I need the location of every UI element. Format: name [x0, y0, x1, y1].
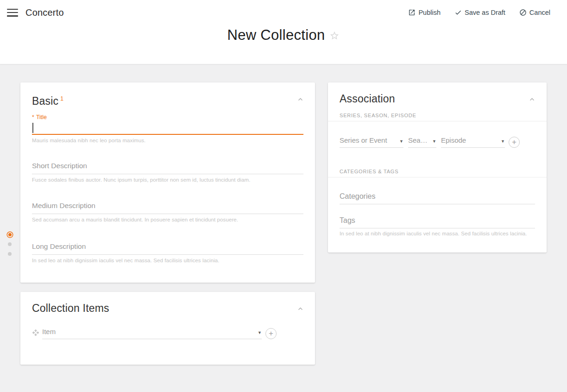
item-dropdown[interactable]: Item▼ — [42, 328, 262, 339]
series-or-event-label: Series or Event — [340, 136, 387, 144]
topbar: Concerto Publish Save as Draft Cancel — [0, 0, 567, 25]
association-collapse-button[interactable] — [527, 94, 537, 105]
title-field-label: Title — [36, 114, 47, 120]
stepper-dot-2[interactable] — [8, 242, 12, 246]
favorite-star-icon[interactable] — [329, 31, 340, 41]
check-icon — [454, 9, 462, 16]
short-description-field[interactable]: Short Description Fusce sodales finibus … — [32, 162, 303, 183]
section-divider — [328, 177, 547, 177]
tags-field[interactable]: Tags In sed leo at nibh dignissim iaculi… — [340, 216, 535, 236]
header: Concerto Publish Save as Draft Cancel Ne… — [0, 0, 567, 64]
medium-description-input-line — [32, 214, 303, 214]
chevron-up-icon — [529, 96, 536, 103]
publish-button[interactable]: Publish — [408, 9, 441, 16]
save-as-draft-label: Save as Draft — [465, 9, 505, 16]
short-description-helper-text: Fusce sodales finibus auctor. Nunc ipsum… — [32, 177, 303, 183]
collection-items-collapse-button[interactable] — [295, 303, 306, 314]
categories-input-line — [340, 204, 535, 204]
collection-item-row: Item▼ + — [32, 328, 303, 339]
new-collection-screen: Concerto Publish Save as Draft Cancel Ne… — [0, 0, 567, 392]
short-description-label: Short Description — [32, 162, 303, 170]
short-description-input-line — [32, 174, 303, 174]
categories-label: Categories — [340, 192, 535, 201]
dropdown-arrow-icon: ▼ — [258, 330, 262, 335]
basic-step-badge: 1 — [60, 95, 63, 102]
basic-card-title: Basic1 — [32, 91, 303, 108]
app-title: Concerto — [25, 7, 64, 18]
basic-title-text: Basic — [32, 95, 58, 107]
stepper-dot-3[interactable] — [8, 252, 12, 256]
cancel-label: Cancel — [529, 9, 550, 16]
publish-label: Publish — [418, 9, 441, 16]
long-description-input-line — [32, 254, 303, 255]
menu-icon[interactable] — [7, 9, 18, 17]
title-field[interactable]: *Title Mauris malesuada nibh nec leo por… — [32, 114, 303, 143]
add-association-button[interactable]: + — [509, 137, 520, 148]
dropdown-arrow-icon: ▼ — [432, 139, 436, 144]
cancel-button[interactable]: Cancel — [519, 9, 550, 16]
text-caret — [32, 123, 33, 133]
association-card: Association SERIES, SEASON, EPISODE Seri… — [328, 82, 547, 253]
long-description-helper-text: In sed leo at nibh dignissim iaculis vel… — [32, 258, 303, 263]
block-icon — [519, 9, 527, 16]
tags-helper-text: In sed leo at nibh dignissim iaculis vel… — [340, 231, 535, 236]
series-or-event-dropdown[interactable]: Series or Event▼ — [340, 136, 403, 148]
launch-icon — [408, 9, 416, 16]
episode-label: Episode — [441, 136, 466, 144]
series-season-episode-row: Series or Event▼ Sea…▼ Episode▼ + — [340, 136, 535, 148]
section-divider — [328, 121, 547, 121]
title-helper-text: Mauris malesuada nibh nec leo porta maxi… — [32, 138, 303, 143]
dropdown-arrow-icon: ▼ — [399, 139, 403, 144]
section-stepper — [6, 233, 13, 256]
tags-input-line — [340, 228, 535, 228]
chevron-up-icon — [297, 305, 304, 312]
item-label: Item — [42, 328, 56, 335]
categories-field[interactable]: Categories — [340, 192, 535, 204]
basic-card: Basic1 *Title Mauris malesuada nibh nec … — [20, 82, 315, 283]
association-card-title: Association — [340, 91, 535, 106]
topbar-actions: Publish Save as Draft Cancel — [408, 0, 550, 25]
categories-section-label: CATEGORIES & TAGS — [340, 169, 535, 174]
long-description-field[interactable]: Long Description In sed leo at nibh dign… — [32, 242, 303, 263]
page-title: New Collection — [227, 27, 325, 43]
season-label: Sea… — [408, 136, 428, 144]
save-as-draft-button[interactable]: Save as Draft — [454, 9, 505, 16]
stepper-dot-1-active[interactable] — [8, 233, 12, 236]
chevron-up-icon — [297, 96, 304, 103]
medium-description-helper-text: Sed accumsan arcu a mauris blandit tinci… — [32, 217, 303, 222]
title-field-label-row: *Title — [32, 114, 303, 120]
dropdown-arrow-icon: ▼ — [501, 139, 505, 144]
tags-label: Tags — [340, 216, 535, 225]
required-marker: * — [32, 114, 34, 120]
add-collection-item-button[interactable]: + — [265, 328, 277, 339]
medium-description-label: Medium Description — [32, 202, 303, 210]
title-input[interactable] — [32, 121, 303, 135]
page-title-row: New Collection — [0, 27, 567, 44]
medium-description-field[interactable]: Medium Description Sed accumsan arcu a m… — [32, 202, 303, 222]
collection-items-card-title: Collection Items — [32, 301, 303, 316]
season-dropdown[interactable]: Sea…▼ — [408, 136, 436, 148]
series-section-label: SERIES, SEASON, EPISODE — [340, 113, 535, 118]
collection-items-card: Collection Items Item▼ + — [20, 292, 315, 365]
long-description-label: Long Description — [32, 242, 303, 251]
basic-collapse-button[interactable] — [295, 94, 306, 105]
drag-handle-icon[interactable] — [32, 329, 39, 336]
episode-dropdown[interactable]: Episode▼ — [441, 136, 505, 148]
